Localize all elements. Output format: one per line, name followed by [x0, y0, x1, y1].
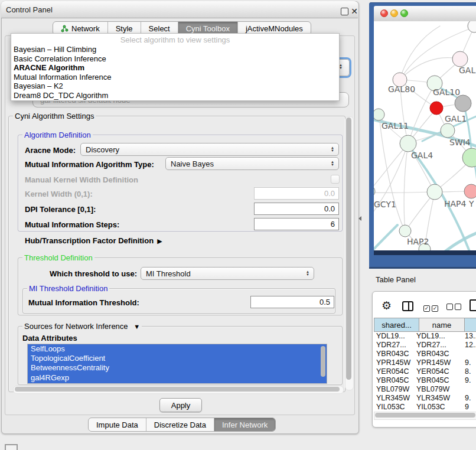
splitter-collapse-icon[interactable] — [358, 216, 361, 221]
split-columns-icon[interactable] — [402, 301, 413, 311]
network-node[interactable] — [462, 148, 476, 167]
table-panel-title: Table Panel — [376, 275, 416, 284]
table-row[interactable]: YER054CYER054C8. — [374, 367, 476, 376]
network-node[interactable] — [400, 135, 416, 152]
close-window-icon[interactable] — [380, 9, 388, 17]
network-node[interactable] — [452, 51, 468, 67]
network-edge — [374, 192, 433, 193]
data-attributes-list[interactable]: SelfLoopsTopologicalCoefficientBetweenne… — [27, 344, 327, 384]
table-row[interactable]: YPR145WYPR145W9. — [374, 358, 476, 367]
table-row[interactable]: YBL079WYBL079W — [374, 385, 476, 394]
settings-hscrollbar-thumb[interactable] — [15, 387, 340, 392]
select-all-icon[interactable]: ✓✓ — [423, 303, 438, 312]
attributes-scrollbar-thumb[interactable] — [321, 346, 325, 377]
algorithm-option[interactable]: Mutual Information Inference — [11, 73, 339, 82]
attribute-list-item[interactable]: BetweennessCentrality — [28, 363, 327, 373]
hub-definition-disclosure[interactable]: Hub/Transcription Factor Definition▶ — [25, 236, 162, 245]
which-threshold-combo[interactable]: MI Threshold ▲▼ — [141, 267, 314, 280]
algorithm-option[interactable]: Basic Correlation Inference — [11, 54, 339, 64]
algorithm-option[interactable]: Bayesian – K2 — [11, 81, 339, 91]
attribute-list-item[interactable]: SelfLoops — [28, 344, 327, 354]
network-node-label: GAL4 — [411, 151, 433, 160]
table-cell: 13... — [465, 332, 476, 341]
table-column-header[interactable]: shared... — [374, 318, 419, 332]
network-node[interactable] — [430, 102, 443, 115]
table-cell: YDL19... — [374, 332, 416, 341]
mi-threshold-label: Mutual Information Threshold: — [28, 298, 139, 307]
network-node[interactable] — [464, 184, 476, 198]
hub-definition-label: Hub/Transcription Factor Definition — [25, 236, 154, 245]
table-row[interactable]: YBR045CYBR045C9. — [374, 376, 476, 385]
network-node-label: HAP2 — [407, 237, 429, 246]
mi-threshold-field[interactable]: 0.5 — [250, 296, 334, 308]
network-window-titlebar[interactable] — [374, 6, 476, 22]
network-node[interactable] — [468, 21, 476, 32]
algorithm-option[interactable]: Bayesian – Hill Climbing — [11, 45, 339, 54]
disclosure-down-icon[interactable]: ▼ — [133, 323, 140, 330]
network-edge — [404, 144, 408, 230]
bottom-tab-label: Infer Network — [222, 420, 268, 429]
network-node[interactable] — [399, 225, 411, 237]
function-builder-icon[interactable] — [470, 299, 476, 311]
table-cell: YBR043C — [374, 350, 416, 358]
mi-steps-field[interactable]: 6 — [254, 218, 339, 230]
float-panel-icon[interactable] — [341, 8, 348, 15]
table-row[interactable]: YDR27...YDR27...12... — [374, 341, 476, 350]
control-panel-titlebar[interactable] — [1, 1, 358, 18]
stepper-icon: ▲▼ — [304, 270, 312, 276]
restore-panel-icon[interactable] — [5, 444, 18, 450]
settings-scrollbar-thumb[interactable] — [346, 118, 351, 380]
table-hscrollbar-thumb[interactable] — [375, 413, 475, 418]
network-node-label: GAL — [459, 66, 475, 75]
network-node-label: Y — [468, 199, 474, 208]
apply-button[interactable]: Apply — [159, 398, 202, 412]
aracne-mode-label: Aracne Mode: — [25, 146, 76, 155]
table-row[interactable]: YLR345WYLR345W9. — [374, 394, 476, 403]
cyni-settings-legend: Cyni Algorithm Settings — [13, 112, 96, 120]
zoom-window-icon[interactable] — [400, 9, 408, 17]
table-column-header[interactable] — [465, 318, 476, 332]
cyni-mode-tabs: Impute DataDiscretize DataInfer Network — [88, 418, 276, 432]
network-canvas[interactable]: GALGAL80GAL10GAL1SWI4GAL11GAL4GCY1HAP4YH… — [374, 21, 476, 250]
bottom-tab-impute-data[interactable]: Impute Data — [89, 418, 146, 431]
dpi-tolerance-field[interactable]: 0.0 — [254, 203, 339, 215]
table-column-header[interactable]: name — [419, 318, 465, 332]
manual-kernel-label: Manual Kernel Width Definition — [25, 175, 138, 184]
table-row[interactable]: YDL19...YDL19...13... — [374, 332, 476, 341]
attribute-list-item[interactable]: TopologicalCoefficient — [28, 354, 327, 363]
table-row[interactable]: YBR043CYBR043C — [374, 350, 476, 358]
network-node[interactable] — [455, 95, 471, 112]
attribute-list-item[interactable]: gal4RGexp — [28, 373, 327, 383]
algorithm-option[interactable]: ARACNE Algorithm — [11, 63, 339, 73]
minimize-window-icon[interactable] — [390, 9, 398, 17]
table-row[interactable]: YIL053CYIL053C9 — [374, 403, 476, 412]
table-cell: YDR27... — [374, 341, 416, 350]
gear-icon[interactable]: ⚙ — [382, 300, 392, 311]
table-cell — [465, 350, 476, 358]
table-cell: YBR045C — [374, 376, 416, 385]
network-node[interactable] — [427, 184, 442, 200]
network-node-label: GAL11 — [382, 121, 409, 131]
network-edge — [400, 58, 460, 80]
table-cell: YBR043C — [416, 350, 465, 358]
network-node-label: GCY1 — [374, 200, 396, 209]
bottom-tab-infer-network[interactable]: Infer Network — [214, 418, 275, 431]
network-node[interactable] — [374, 185, 375, 197]
sources-legend[interactable]: Sources for Network Inference ▼ — [22, 322, 142, 331]
algorithm-option[interactable]: Dream8 DC_TDC Algorithm — [11, 91, 339, 100]
network-node[interactable] — [441, 123, 455, 138]
deselect-all-icon[interactable] — [446, 303, 461, 312]
mi-type-combo[interactable]: Naive Bayes ▲▼ — [165, 157, 339, 170]
bottom-tab-label: Discretize Data — [154, 420, 206, 429]
table-cell: 9. — [465, 376, 476, 385]
network-edge — [379, 116, 405, 230]
table-cell: YDR27... — [416, 341, 465, 350]
table-cell: 8. — [465, 367, 476, 376]
network-node[interactable] — [374, 109, 384, 120]
manual-kernel-checkbox — [331, 175, 340, 184]
close-panel-icon[interactable]: ✕ — [351, 8, 358, 15]
aracne-mode-combo[interactable]: Discovery ▲▼ — [80, 143, 339, 156]
disclosure-right-icon[interactable]: ▶ — [157, 237, 162, 245]
tab-label: Network — [71, 24, 100, 33]
bottom-tab-discretize-data[interactable]: Discretize Data — [146, 418, 214, 431]
